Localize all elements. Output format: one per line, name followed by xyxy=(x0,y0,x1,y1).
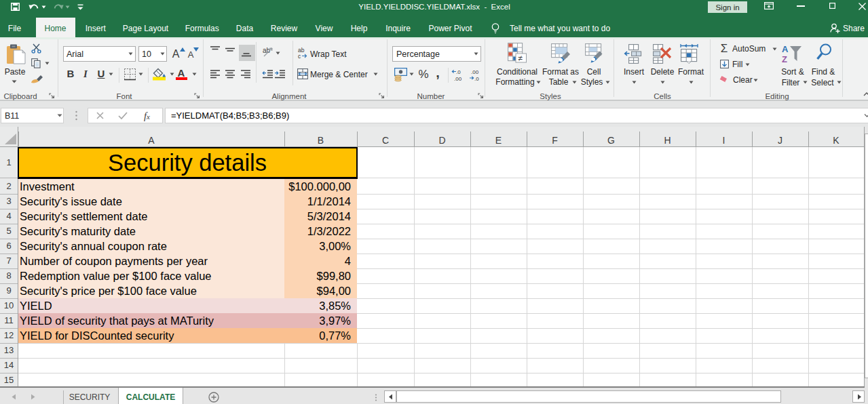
svg-text:.00: .00 xyxy=(471,69,479,75)
svg-text:A: A xyxy=(782,44,789,54)
svg-text:.0: .0 xyxy=(456,69,461,75)
svg-text:c: c xyxy=(298,53,301,60)
svg-text:.0: .0 xyxy=(474,76,479,82)
svg-text:.00: .00 xyxy=(454,76,462,82)
svg-text:Z: Z xyxy=(782,54,787,64)
svg-text:≠: ≠ xyxy=(518,54,523,63)
